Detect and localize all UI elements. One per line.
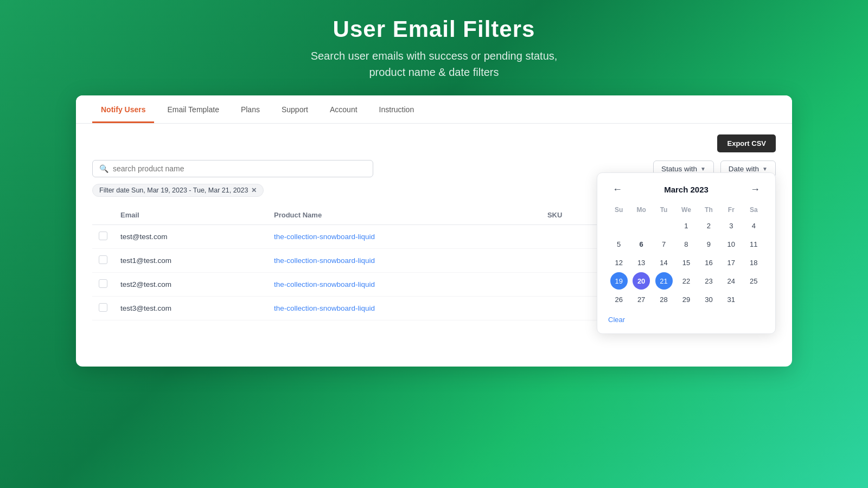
calendar-day [655,217,673,234]
calendar-day-header: Sa [743,204,764,216]
row-product-name[interactable]: the-collection-snowboard-liquid [267,225,541,249]
page-subtitle: Search user emails with success or pendi… [311,48,558,80]
calendar-day[interactable]: 10 [723,235,740,253]
calendar-day[interactable]: 23 [700,272,717,290]
search-input[interactable] [113,164,366,173]
calendar-month-label: March 2023 [664,185,709,194]
content-area: Export CSV 🔍 Status with ▼ Date with ▼ F… [76,124,792,331]
calendar-day[interactable]: 24 [723,272,740,290]
calendar-clear-button[interactable]: Clear [608,316,764,324]
calendar-day [745,291,762,308]
calendar-grid: SuMoTuWeThFrSa12345678910111213141516171… [608,204,764,308]
calendar-day[interactable]: 29 [678,291,695,308]
row-checkbox-cell [92,297,114,320]
calendar-prev-button[interactable]: ← [608,183,627,196]
filter-tag-close[interactable]: ✕ [251,187,257,194]
row-checkbox-cell [92,273,114,297]
calendar-day [610,217,628,234]
search-box: 🔍 [92,160,373,177]
header-section: User Email Filters Search user emails wi… [311,16,558,80]
th-product-name: Product Name [267,206,541,225]
calendar-day[interactable]: 26 [610,291,628,308]
calendar-day[interactable]: 2 [700,217,717,234]
tab-notify-users[interactable]: Notify Users [92,95,154,123]
row-email: test1@test.com [114,249,267,273]
row-checkbox-cell [92,249,114,273]
tab-account[interactable]: Account [321,95,366,123]
search-icon: 🔍 [99,164,108,173]
th-email: Email [114,206,267,225]
calendar-day-header: We [675,204,697,216]
calendar-day[interactable]: 3 [723,217,740,234]
status-dropdown-arrow: ▼ [700,166,706,172]
calendar-day-header: Mo [630,204,652,216]
calendar-day[interactable]: 12 [610,254,628,271]
calendar-day[interactable]: 31 [723,291,740,308]
calendar-day-header: Su [608,204,629,216]
calendar-day[interactable]: 18 [745,254,762,271]
calendar-day[interactable]: 1 [678,217,695,234]
calendar-day [633,217,650,234]
toolbar-row: Export CSV [92,134,776,152]
tab-support[interactable]: Support [273,95,317,123]
row-product-name[interactable]: the-collection-snowboard-liquid [267,273,541,297]
calendar-day[interactable]: 30 [700,291,717,308]
calendar-day[interactable]: 15 [678,254,695,271]
row-product-name[interactable]: the-collection-snowboard-liquid [267,249,541,273]
calendar-next-button[interactable]: → [746,183,764,196]
tab-instruction[interactable]: Instruction [371,95,423,123]
calendar-day-header: Tu [653,204,674,216]
calendar-day[interactable]: 25 [745,272,762,290]
export-csv-button[interactable]: Export CSV [717,134,776,152]
active-filter-tag: Filter date Sun, Mar 19, 2023 - Tue, Mar… [92,184,264,197]
calendar-day[interactable]: 4 [745,217,762,234]
tab-plans[interactable]: Plans [232,95,269,123]
calendar-header: ← March 2023 → [608,183,764,196]
calendar-day-header: Fr [720,204,742,216]
row-email: test2@test.com [114,273,267,297]
date-dropdown-arrow: ▼ [762,166,768,172]
row-product-name[interactable]: the-collection-snowboard-liquid [267,297,541,320]
main-card: Notify Users Email Template Plans Suppor… [76,95,792,367]
row-checkbox[interactable] [99,279,107,288]
filter-tag-label: Filter date Sun, Mar 19, 2023 - Tue, Mar… [99,187,248,194]
th-checkbox [92,206,114,225]
tab-email-template[interactable]: Email Template [158,95,227,123]
calendar-day[interactable]: 7 [655,235,673,253]
calendar-overlay: ← March 2023 → SuMoTuWeThFrSa12345678910… [597,172,776,334]
row-checkbox-cell [92,225,114,249]
calendar-day[interactable]: 6 [633,235,650,253]
calendar-day[interactable]: 14 [655,254,673,271]
calendar-day[interactable]: 19 [610,272,628,290]
calendar-day-header: Th [698,204,719,216]
calendar-day[interactable]: 22 [678,272,695,290]
calendar-day[interactable]: 11 [745,235,762,253]
calendar-day[interactable]: 21 [655,272,673,290]
row-checkbox[interactable] [99,303,107,312]
calendar-day[interactable]: 8 [678,235,695,253]
calendar-day[interactable]: 27 [633,291,650,308]
calendar-day[interactable]: 17 [723,254,740,271]
nav-tabs: Notify Users Email Template Plans Suppor… [76,95,792,124]
row-email: test@test.com [114,225,267,249]
calendar-day[interactable]: 16 [700,254,717,271]
calendar-day[interactable]: 20 [633,272,650,290]
calendar-day[interactable]: 13 [633,254,650,271]
calendar-day[interactable]: 9 [700,235,717,253]
page-title: User Email Filters [311,16,558,42]
row-checkbox[interactable] [99,255,107,264]
row-email: test3@test.com [114,297,267,320]
row-checkbox[interactable] [99,232,107,240]
calendar-day[interactable]: 28 [655,291,673,308]
calendar-day[interactable]: 5 [610,235,628,253]
